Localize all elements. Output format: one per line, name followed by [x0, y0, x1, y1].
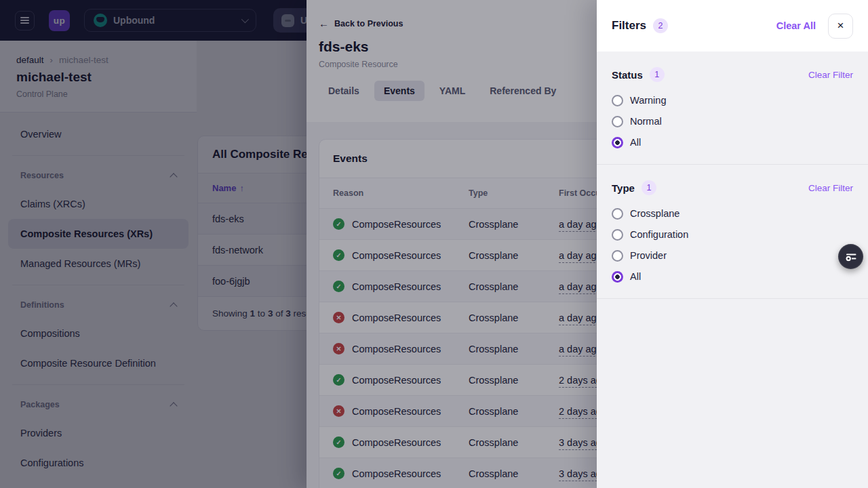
filter-panel: Filters 2 Clear All × Status1Clear Filte…: [597, 0, 868, 488]
radio-option-warning[interactable]: Warning: [612, 92, 853, 108]
radio-option-configuration[interactable]: Configuration: [612, 226, 853, 243]
radio-option-label: Configuration: [630, 229, 688, 240]
filter-options: WarningNormalAll: [612, 92, 853, 150]
app-window: up Upbound U default › michael-test mich…: [0, 0, 868, 488]
radio-option-label: All: [630, 137, 641, 148]
filter-section-count-badge: 1: [642, 180, 656, 195]
radio-unchecked-icon[interactable]: [612, 116, 623, 127]
filter-fab-button[interactable]: [838, 244, 863, 269]
filter-sections: Status1Clear FilterWarningNormalAllType1…: [597, 52, 868, 299]
radio-option-all[interactable]: All: [612, 134, 853, 150]
filters-count-badge: 2: [653, 18, 668, 33]
close-filter-button[interactable]: ×: [828, 14, 853, 39]
filter-section-header: Status1Clear Filter: [612, 67, 853, 82]
filter-section-title: Type: [612, 182, 635, 194]
filter-section-header: Type1Clear Filter: [612, 180, 853, 195]
filter-section-title: Status: [612, 69, 643, 81]
radio-option-label: Crossplane: [630, 208, 679, 219]
radio-checked-icon[interactable]: [612, 271, 623, 283]
radio-unchecked-icon[interactable]: [612, 95, 623, 106]
radio-option-label: All: [630, 271, 641, 282]
radio-checked-icon[interactable]: [612, 137, 623, 148]
filter-panel-header: Filters 2 Clear All ×: [597, 0, 868, 52]
filter-section-count-badge: 1: [650, 67, 665, 82]
close-icon: ×: [837, 19, 844, 33]
radio-option-crossplane[interactable]: Crossplane: [612, 205, 853, 222]
radio-unchecked-icon[interactable]: [612, 250, 623, 262]
filter-section-type: Type1Clear FilterCrossplaneConfiguration…: [597, 165, 868, 299]
radio-option-normal[interactable]: Normal: [612, 113, 853, 129]
filter-settings-icon: [838, 244, 863, 269]
filter-options: CrossplaneConfigurationProviderAll: [612, 205, 853, 285]
clear-filter-button[interactable]: Clear Filter: [808, 183, 853, 193]
radio-unchecked-icon[interactable]: [612, 229, 623, 241]
radio-option-all[interactable]: All: [612, 268, 853, 285]
filter-section-status: Status1Clear FilterWarningNormalAll: [597, 52, 868, 165]
radio-option-label: Warning: [630, 95, 666, 106]
filters-title: Filters: [612, 19, 646, 33]
clear-filter-button[interactable]: Clear Filter: [808, 70, 853, 80]
radio-option-provider[interactable]: Provider: [612, 247, 853, 264]
radio-unchecked-icon[interactable]: [612, 208, 623, 220]
radio-option-label: Normal: [630, 116, 662, 127]
radio-option-label: Provider: [630, 250, 667, 261]
clear-all-button[interactable]: Clear All: [776, 20, 816, 31]
